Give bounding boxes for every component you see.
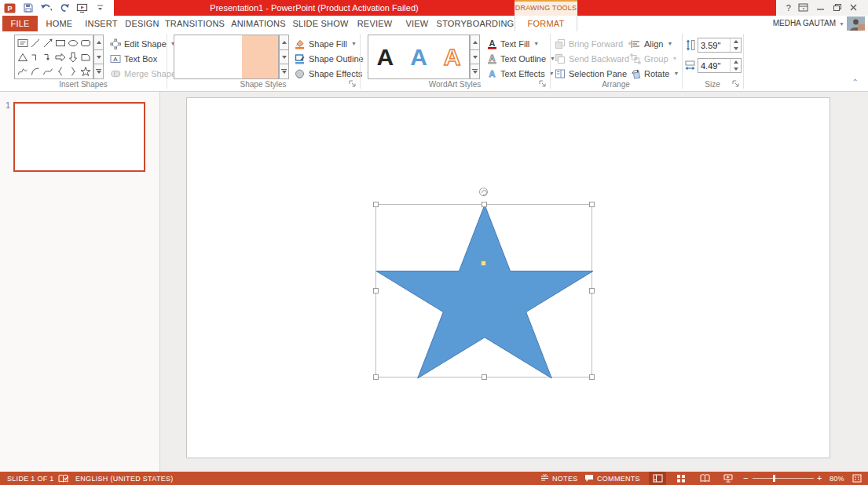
text-box-button[interactable]: A Text Box: [110, 51, 157, 66]
tab-view[interactable]: VIEW: [398, 16, 436, 31]
rounded-rectangle-shape-icon[interactable]: [79, 36, 92, 50]
group-button[interactable]: Group▼: [630, 51, 678, 66]
width-spin-down-button[interactable]: [731, 66, 741, 73]
adjustment-handle[interactable]: [481, 261, 486, 266]
restore-icon[interactable]: [833, 3, 842, 13]
elbow-arrow-connector-icon[interactable]: [42, 50, 54, 64]
collapse-ribbon-icon[interactable]: ⌃: [852, 78, 859, 86]
wordart-style-blue-fill[interactable]: A: [402, 46, 436, 69]
height-spin-up-button[interactable]: [731, 38, 741, 46]
user-avatar[interactable]: [847, 16, 865, 31]
selection-pane-button[interactable]: Selection Pane: [555, 66, 627, 81]
shape-outline-button[interactable]: Shape Outline▼: [294, 51, 373, 66]
oval-shape-icon[interactable]: [67, 36, 79, 50]
wordart-dialog-launcher-icon[interactable]: [539, 80, 547, 88]
ribbon-display-options-icon[interactable]: [798, 3, 808, 13]
curve-shape-icon[interactable]: [42, 64, 54, 78]
tab-file[interactable]: FILE: [2, 16, 38, 31]
tab-design[interactable]: DESIGN: [122, 16, 163, 31]
styles-more-button[interactable]: [279, 64, 289, 79]
slide-indicator[interactable]: SLIDE 1 OF 1: [7, 472, 54, 485]
arrow-shape-icon[interactable]: [42, 36, 54, 50]
customize-quick-access-toolbar-icon[interactable]: [94, 2, 106, 14]
tab-insert[interactable]: INSERT: [81, 16, 122, 31]
elbow-connector-icon[interactable]: [29, 50, 42, 64]
shapes-gallery[interactable]: [14, 35, 93, 79]
star-shape-icon[interactable]: [79, 64, 92, 78]
zoom-out-button[interactable]: −: [743, 472, 749, 485]
shape-width-input[interactable]: [698, 59, 728, 72]
tab-slide-show[interactable]: SLIDE SHOW: [290, 16, 351, 31]
wordart-scroll-down-button[interactable]: [470, 50, 480, 65]
resize-handle-top-center[interactable]: [482, 202, 487, 207]
tab-format-active[interactable]: FORMAT: [515, 16, 577, 31]
resize-handle-top-left[interactable]: [373, 202, 379, 207]
shape-height-input[interactable]: [698, 38, 728, 52]
resize-handle-middle-right[interactable]: [589, 288, 595, 294]
shape-selection-box[interactable]: [375, 204, 592, 377]
snip-corner-rectangle-shape-icon[interactable]: [79, 50, 92, 64]
notes-button[interactable]: NOTES: [540, 472, 578, 485]
text-fill-button[interactable]: A Text Fill▼: [487, 36, 539, 51]
resize-handle-top-right[interactable]: [589, 202, 595, 207]
rotate-button[interactable]: Rotate▼: [630, 66, 679, 81]
wordart-scroll-up-button[interactable]: [470, 35, 480, 50]
minimize-icon[interactable]: [816, 3, 825, 13]
fit-slide-to-window-icon[interactable]: [848, 472, 866, 485]
bring-forward-button[interactable]: Bring Forward▼: [555, 36, 632, 51]
rotation-handle[interactable]: [479, 188, 488, 196]
text-outline-button[interactable]: A Text Outline▼: [487, 51, 555, 66]
close-icon[interactable]: [849, 3, 858, 13]
tab-home[interactable]: HOME: [38, 16, 81, 31]
gallery-scroll-up-button[interactable]: [93, 35, 104, 50]
line-shape-icon[interactable]: [29, 36, 42, 50]
language-indicator[interactable]: ENGLISH (UNITED STATES): [75, 472, 174, 485]
normal-view-button[interactable]: [649, 472, 666, 485]
save-icon[interactable]: [22, 2, 34, 14]
shape-style-swatch[interactable]: [242, 35, 278, 78]
wordart-style-plain[interactable]: A: [368, 46, 402, 69]
resize-handle-bottom-left[interactable]: [373, 374, 379, 380]
slide-show-view-button[interactable]: [720, 472, 737, 485]
slide-thumbnails-panel[interactable]: 1: [0, 92, 160, 472]
right-brace-shape-icon[interactable]: [67, 64, 79, 78]
spell-check-icon[interactable]: [58, 472, 68, 485]
down-arrow-shape-icon[interactable]: [67, 50, 79, 64]
wordart-gallery[interactable]: A A A: [368, 35, 470, 79]
size-dialog-launcher-icon[interactable]: [732, 80, 740, 88]
text-box-shape-icon[interactable]: [16, 36, 29, 50]
wordart-style-orange-outline[interactable]: A: [435, 46, 469, 69]
comments-button[interactable]: COMMENTS: [584, 472, 640, 485]
shape-styles-gallery[interactable]: [174, 35, 279, 79]
zoom-slider-thumb[interactable]: [773, 475, 775, 482]
left-brace-shape-icon[interactable]: [54, 64, 67, 78]
slide-thumbnail-selected[interactable]: [13, 102, 145, 172]
reading-view-button[interactable]: [696, 472, 713, 485]
wordart-more-button[interactable]: [470, 64, 480, 79]
height-spin-down-button[interactable]: [731, 46, 741, 53]
scribble-shape-icon[interactable]: [16, 64, 29, 78]
gallery-more-button[interactable]: [93, 64, 104, 79]
start-from-beginning-icon[interactable]: [76, 2, 88, 14]
styles-scroll-up-button[interactable]: [279, 35, 289, 50]
tab-animations[interactable]: ANIMATIONS: [227, 16, 290, 31]
tab-storyboarding[interactable]: STORYBOARDING: [436, 16, 515, 31]
shape-fill-button[interactable]: Shape Fill▼: [294, 36, 357, 51]
help-icon[interactable]: ?: [786, 3, 791, 13]
arc-shape-icon[interactable]: [29, 64, 42, 78]
star-shape[interactable]: [376, 205, 593, 378]
triangle-shape-icon[interactable]: [16, 50, 29, 64]
resize-handle-middle-left[interactable]: [373, 288, 379, 294]
styles-scroll-down-button[interactable]: [279, 50, 289, 65]
right-arrow-shape-icon[interactable]: [54, 50, 67, 64]
slide-canvas[interactable]: [186, 97, 830, 458]
align-button[interactable]: Align▼: [630, 36, 672, 51]
zoom-slider-track[interactable]: [753, 478, 814, 479]
rectangle-shape-icon[interactable]: [54, 36, 67, 50]
slide-sorter-view-button[interactable]: [672, 472, 690, 485]
resize-handle-bottom-center[interactable]: [482, 374, 487, 380]
send-backward-button[interactable]: Send Backward▼: [555, 51, 639, 66]
drawing-tools-contextual-banner[interactable]: DRAWING TOOLS: [515, 0, 577, 16]
width-spin-up-button[interactable]: [731, 59, 741, 66]
undo-icon[interactable]: ▾: [40, 2, 52, 14]
